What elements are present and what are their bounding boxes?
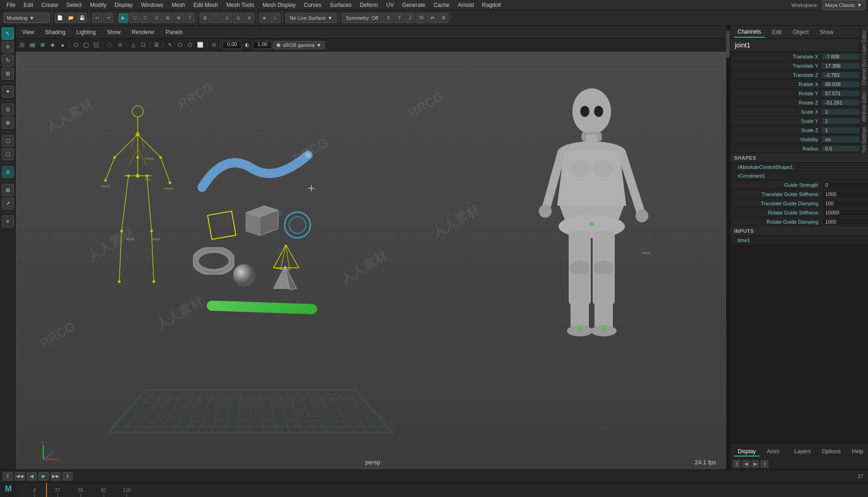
- vp-light-btn[interactable]: ◈: [48, 40, 57, 50]
- menu-file[interactable]: File: [3, 1, 19, 9]
- soft-select-tool-btn[interactable]: ⊙: [2, 104, 14, 116]
- tab-display[interactable]: Display: [734, 447, 759, 457]
- symmetry-btn[interactable]: Symmetry: Off: [342, 13, 382, 23]
- sym-y-btn[interactable]: Y: [394, 13, 404, 23]
- no-live-surface-btn[interactable]: No Live Surface ▼: [285, 13, 337, 23]
- vp-smooth-btn[interactable]: ◯: [82, 40, 91, 50]
- new-scene-btn[interactable]: 📄: [55, 13, 65, 23]
- menu-display[interactable]: Display: [111, 1, 136, 9]
- select-btn[interactable]: ▶: [118, 13, 128, 23]
- vp-hud-btn[interactable]: ☰: [152, 40, 161, 50]
- vp-camera-btn[interactable]: 📹: [28, 40, 37, 50]
- menu-generate[interactable]: Generate: [398, 1, 429, 9]
- menu-windows[interactable]: Windows: [137, 1, 167, 9]
- rotate-damping-row[interactable]: Rotate Guide Damping 1000: [730, 217, 868, 226]
- render-btn[interactable]: ◈: [259, 13, 269, 23]
- edit-pivot-btn[interactable]: ⊞: [2, 184, 14, 196]
- mode-dropdown[interactable]: Modeling ▼: [4, 13, 50, 23]
- vp-isolate-btn[interactable]: ⊙: [115, 40, 124, 50]
- open-btn[interactable]: 📂: [66, 13, 76, 23]
- snap-live-btn[interactable]: ⊛: [244, 13, 254, 23]
- attr-radius[interactable]: Radius 0.5: [730, 144, 868, 153]
- sym-x-btn[interactable]: X: [383, 13, 393, 23]
- vp-cursor-btn[interactable]: ↖: [165, 40, 175, 50]
- sym-z-btn[interactable]: Z: [405, 13, 415, 23]
- vp-exposure-field[interactable]: 0.00: [222, 41, 242, 49]
- tab-channels[interactable]: Channels: [734, 27, 765, 38]
- menu-modify[interactable]: Modify: [86, 1, 110, 9]
- menu-curves[interactable]: Curves: [300, 1, 325, 9]
- viewport-menu-shading[interactable]: Shading: [42, 28, 68, 36]
- vp-wire-btn[interactable]: ⬡: [71, 40, 81, 50]
- menu-ragdoll[interactable]: Ragdoll: [478, 1, 505, 9]
- scale-tool-btn[interactable]: ⊞: [2, 68, 14, 80]
- rotate-stiffness-row[interactable]: Rotate Guide Stiffness 10000: [730, 208, 868, 217]
- shape-item-2[interactable]: rConstraint1: [730, 172, 868, 180]
- multi-select-btn[interactable]: ⊞: [163, 13, 173, 23]
- tl-next-btn[interactable]: ▶▶: [51, 472, 61, 480]
- attr-scale-y[interactable]: Scale Y 1: [730, 116, 868, 126]
- viewport-menu-lighting[interactable]: Lighting: [74, 28, 99, 36]
- snap-grid-btn[interactable]: ⊞: [200, 13, 210, 23]
- vp-xray-btn[interactable]: ◌: [105, 40, 114, 50]
- snap-curve-btn[interactable]: ⌒: [211, 13, 221, 23]
- attr-rotate-z[interactable]: Rotate Z -51.261: [730, 98, 868, 107]
- show-manip-btn[interactable]: ⊕: [2, 117, 14, 129]
- tl-start-btn[interactable]: ⟪: [3, 472, 13, 480]
- tl-play-btn[interactable]: ▶: [39, 472, 49, 480]
- opt-layers[interactable]: Layers: [791, 447, 815, 457]
- vp-gamma-field[interactable]: 1.00: [253, 41, 272, 49]
- vp-paint-btn[interactable]: ⬡: [186, 40, 195, 50]
- guide-strength-row[interactable]: Guide Strength 0: [730, 180, 868, 190]
- snap-pt-btn[interactable]: ⊙: [222, 13, 232, 23]
- snap-view-btn[interactable]: ◎: [233, 13, 243, 23]
- tab-edit[interactable]: Edit: [769, 27, 786, 37]
- translate-damping-row[interactable]: Translate Guide Damping 100: [730, 199, 868, 208]
- outliner-btn[interactable]: ≡: [2, 215, 14, 227]
- attr-scale-x[interactable]: Scale X 1: [730, 107, 868, 116]
- tl-end-btn[interactable]: ⟫: [63, 472, 73, 480]
- nav-prev-prev[interactable]: ⟪: [733, 460, 740, 468]
- attr-rotate-x[interactable]: Rotate X 68.026: [730, 80, 868, 89]
- menu-surfaces[interactable]: Surfaces: [326, 1, 355, 9]
- right-tab-channel-box[interactable]: Channel Box / Layer Editor: [861, 28, 868, 88]
- viewport-menu-panels[interactable]: Panels: [163, 28, 186, 36]
- soft-select-btn[interactable]: ⊙: [151, 13, 162, 23]
- right-tab-tool-settings[interactable]: Tool Settings: [861, 124, 868, 156]
- vp-marquee-btn[interactable]: ⬜: [196, 40, 205, 50]
- tab-anim[interactable]: Anim: [763, 447, 783, 457]
- universal-tool-btn[interactable]: ✦: [2, 86, 14, 98]
- lasso-select-btn[interactable]: ⬡: [2, 135, 14, 147]
- shape-item-1[interactable]: rAbsoluteControlShape1: [730, 163, 868, 172]
- timeline-ruler[interactable]: 0 27 55 82 110: [0, 483, 868, 497]
- undo-btn[interactable]: ↩: [92, 13, 102, 23]
- move-tool-btn[interactable]: ✛: [2, 41, 14, 53]
- vp-flat-btn[interactable]: ⬛: [92, 40, 101, 50]
- vp-poly-btn[interactable]: △: [128, 40, 138, 50]
- vp-uv-btn[interactable]: ☐: [139, 40, 148, 50]
- paint-select-btn[interactable]: ⬠: [2, 148, 14, 160]
- viewport-menu-view[interactable]: View: [19, 28, 37, 36]
- tab-show[interactable]: Show: [816, 27, 837, 37]
- deform-btn[interactable]: ⊕: [174, 13, 184, 23]
- viewport-scrollbar[interactable]: [726, 26, 730, 469]
- help-btn[interactable]: ?: [185, 13, 195, 23]
- paint-btn[interactable]: ⬡: [140, 13, 151, 23]
- scrollbar-thumb[interactable]: [726, 30, 730, 58]
- nav-prev[interactable]: ◀: [742, 460, 750, 468]
- vp-grid-btn[interactable]: ⊞: [38, 40, 47, 50]
- viewport-menu-renderer[interactable]: Renderer: [129, 28, 157, 36]
- menu-edit[interactable]: Edit: [20, 1, 37, 9]
- attr-scale-z[interactable]: Scale Z 1: [730, 126, 868, 135]
- tl-prev-key-btn[interactable]: ◀◀: [15, 472, 25, 480]
- tl-prev-btn[interactable]: ◀: [27, 472, 37, 480]
- attr-translate-x[interactable]: Translate X -7.608: [730, 52, 868, 61]
- sym-options-btn[interactable]: ⚙: [438, 13, 449, 23]
- vp-3d-btn[interactable]: ⊙: [209, 40, 218, 50]
- workspace-dropdown[interactable]: Maya Classic ▼: [822, 0, 865, 10]
- select-tool-btn[interactable]: ↖: [2, 28, 14, 40]
- viewport-cursor[interactable]: [308, 185, 315, 191]
- menu-arnold[interactable]: Arnold: [454, 1, 478, 9]
- attr-translate-z[interactable]: Translate Z -2.783: [730, 70, 868, 80]
- vp-shadow-btn[interactable]: ●: [58, 40, 67, 50]
